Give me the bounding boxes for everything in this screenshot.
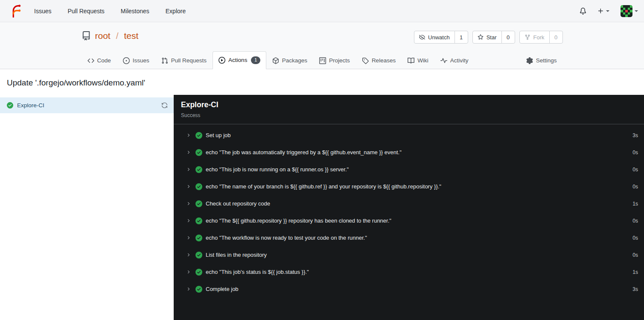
check-circle-icon bbox=[195, 269, 202, 276]
check-circle-icon bbox=[195, 149, 202, 156]
unwatch-button[interactable]: Unwatch bbox=[414, 31, 455, 44]
fork-button-group: Fork0 bbox=[519, 31, 563, 44]
star-button[interactable]: Star bbox=[472, 31, 502, 44]
step-row-6[interactable]: echo "The ${{ github.repository }} repos… bbox=[174, 212, 644, 229]
chevron-right-icon[interactable] bbox=[186, 252, 191, 257]
nav-item-milestones[interactable]: Milestones bbox=[121, 8, 149, 15]
tab-projects[interactable]: Projects bbox=[313, 52, 356, 69]
top-navbar: IssuesPull RequestsMilestonesExplore bbox=[0, 0, 644, 22]
tab-code[interactable]: Code bbox=[82, 52, 117, 69]
job-status-text: Success bbox=[181, 112, 637, 118]
step-row-5[interactable]: Check out repository code1s bbox=[174, 195, 644, 212]
check-circle-icon bbox=[195, 217, 202, 224]
chevron-right-icon[interactable] bbox=[186, 270, 191, 274]
fork-button[interactable]: Fork bbox=[519, 31, 550, 44]
step-row-8[interactable]: List files in the repository0s bbox=[174, 247, 644, 264]
step-name: echo "The job was automatically triggere… bbox=[206, 149, 402, 156]
tab-wiki[interactable]: Wiki bbox=[402, 52, 434, 69]
step-duration: 0s bbox=[632, 167, 638, 173]
repo-owner-link[interactable]: root bbox=[95, 31, 111, 41]
repo-tabs: CodeIssuesPull RequestsActions1PackagesP… bbox=[82, 51, 563, 69]
nav-item-pull-requests[interactable]: Pull Requests bbox=[67, 8, 104, 15]
chevron-right-icon[interactable] bbox=[186, 133, 191, 138]
repo-action-buttons: Unwatch1Star0Fork0 bbox=[414, 31, 562, 44]
star-icon bbox=[478, 34, 484, 40]
fork-count[interactable]: 0 bbox=[549, 31, 563, 44]
unwatch-button-group: Unwatch1 bbox=[414, 31, 468, 44]
run-body: Explore-CI Explore-CI Success Set up job… bbox=[0, 95, 644, 320]
tab-label: Releases bbox=[372, 57, 396, 64]
jobs-sidebar: Explore-CI bbox=[0, 95, 174, 320]
tab-actions[interactable]: Actions1 bbox=[213, 51, 266, 69]
steps-list: Set up job3secho "The job was automatica… bbox=[174, 124, 644, 300]
step-row-10[interactable]: Complete job3s bbox=[174, 281, 644, 298]
tab-label: Code bbox=[97, 57, 111, 64]
tab-pull-requests[interactable]: Pull Requests bbox=[155, 52, 213, 69]
step-duration: 1s bbox=[632, 201, 638, 207]
step-row-2[interactable]: echo "The job was automatically triggere… bbox=[174, 144, 644, 161]
step-duration: 3s bbox=[632, 132, 638, 138]
tab-label: Activity bbox=[450, 57, 469, 64]
forgejo-logo[interactable] bbox=[9, 5, 21, 18]
workflow-run-title: Update '.forgejo/workflows/demo.yaml' bbox=[0, 69, 644, 95]
chevron-right-icon[interactable] bbox=[186, 167, 191, 172]
fork-label: Fork bbox=[533, 34, 545, 41]
chevron-right-icon[interactable] bbox=[186, 235, 191, 240]
job-name: Explore-CI bbox=[17, 102, 44, 109]
step-duration: 0s bbox=[632, 184, 638, 190]
plus-icon bbox=[597, 8, 604, 14]
pulse-icon bbox=[440, 57, 447, 64]
repo-name-link[interactable]: test bbox=[124, 31, 139, 41]
tab-settings[interactable]: Settings bbox=[520, 52, 563, 69]
check-circle-icon bbox=[195, 183, 202, 190]
user-menu-button[interactable] bbox=[621, 5, 638, 17]
tab-releases[interactable]: Releases bbox=[356, 52, 402, 69]
step-row-1[interactable]: Set up job3s bbox=[174, 127, 644, 144]
chevron-right-icon[interactable] bbox=[186, 150, 191, 155]
step-name: Set up job bbox=[206, 132, 231, 138]
notifications-button[interactable] bbox=[580, 8, 586, 15]
check-circle-icon bbox=[195, 200, 202, 207]
nav-right bbox=[580, 5, 638, 17]
create-new-button[interactable] bbox=[597, 8, 609, 14]
step-duration: 0s bbox=[632, 252, 638, 258]
job-title: Explore-CI bbox=[181, 100, 637, 109]
project-icon bbox=[319, 57, 326, 64]
step-duration: 0s bbox=[632, 150, 638, 156]
repo-path-separator: / bbox=[116, 31, 119, 41]
step-name: echo "The name of your branch is ${{ git… bbox=[206, 183, 441, 190]
step-row-7[interactable]: echo "The workflow is now ready to test … bbox=[174, 229, 644, 247]
nav-item-issues[interactable]: Issues bbox=[34, 8, 51, 15]
check-circle-icon bbox=[195, 235, 202, 241]
code-icon bbox=[87, 57, 94, 64]
check-circle-icon bbox=[195, 252, 202, 258]
step-name: List files in the repository bbox=[206, 252, 267, 258]
caret-down-icon bbox=[606, 10, 609, 12]
tab-label: Wiki bbox=[417, 57, 428, 64]
chevron-right-icon[interactable] bbox=[186, 218, 191, 223]
step-row-3[interactable]: echo "This job is now running on a ${{ r… bbox=[174, 161, 644, 178]
gear-icon bbox=[526, 57, 533, 64]
repo-header: root / test Unwatch1Star0Fork0 CodeIssue… bbox=[0, 22, 644, 69]
star-count[interactable]: 0 bbox=[501, 31, 515, 44]
nav-item-explore[interactable]: Explore bbox=[166, 8, 186, 15]
tab-packages[interactable]: Packages bbox=[266, 52, 313, 69]
issue-icon bbox=[123, 57, 130, 64]
chevron-right-icon[interactable] bbox=[186, 201, 191, 206]
tab-issues[interactable]: Issues bbox=[117, 52, 155, 69]
page: IssuesPull RequestsMilestonesExplore roo… bbox=[0, 0, 644, 320]
step-name: echo "The ${{ github.repository }} repos… bbox=[206, 217, 391, 224]
rerun-icon[interactable] bbox=[161, 102, 168, 109]
chevron-right-icon[interactable] bbox=[186, 287, 191, 291]
step-row-9[interactable]: echo "This job's status is ${{ job.statu… bbox=[174, 264, 644, 281]
tab-activity[interactable]: Activity bbox=[434, 52, 475, 69]
step-row-4[interactable]: echo "The name of your branch is ${{ git… bbox=[174, 178, 644, 195]
caret-down-icon bbox=[635, 10, 638, 12]
job-log-panel: Explore-CI Success Set up job3secho "The… bbox=[174, 95, 644, 320]
job-item-explore-ci[interactable]: Explore-CI bbox=[0, 97, 174, 113]
unwatch-count[interactable]: 1 bbox=[455, 31, 468, 44]
repo-book-icon bbox=[82, 31, 91, 41]
package-icon bbox=[272, 57, 279, 64]
chevron-right-icon[interactable] bbox=[186, 184, 191, 189]
step-name: echo "This job's status is ${{ job.statu… bbox=[206, 269, 309, 275]
